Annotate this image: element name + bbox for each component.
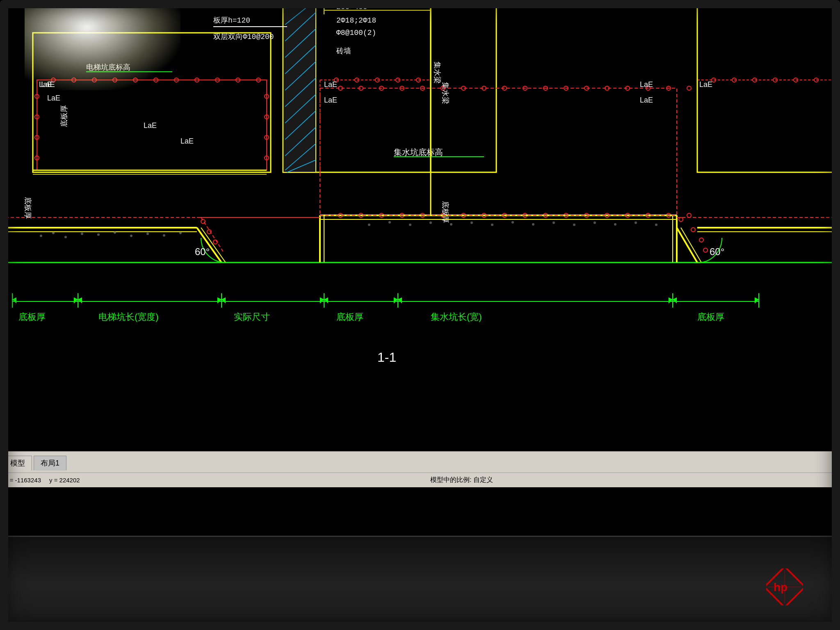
model-scale-text: 模型中的比例: 自定义: [88, 476, 835, 484]
svg-point-177: [635, 221, 637, 224]
cad-drawing-area: 200×400 2Φ18;2Φ18 Φ8@100(2) 砖墙 板厚h=120 双…: [0, 0, 840, 451]
svg-point-120: [691, 228, 695, 232]
dim-label-1: 底板厚: [18, 312, 46, 322]
bottom-slab-label: 底板厚: [441, 201, 450, 223]
spec-rebar1: 2Φ18;2Φ18: [336, 16, 376, 25]
svg-marker-145: [669, 297, 673, 304]
svg-point-163: [179, 232, 182, 234]
angle-left-label: 60°: [195, 246, 210, 257]
svg-marker-143: [394, 297, 398, 304]
lae-label-7: LaE: [324, 96, 337, 104]
svg-point-168: [450, 223, 452, 226]
svg-marker-141: [320, 297, 324, 304]
lae-label-5: LaE: [324, 80, 337, 89]
lae-label-2: LaE: [47, 94, 60, 102]
status-bar: 模型 布局1: [0, 451, 840, 472]
svg-line-102: [201, 228, 226, 262]
svg-point-158: [97, 233, 100, 236]
coord-bar: x = -1163243 y = 224202 模型中的比例: 自定义: [0, 472, 840, 487]
hp-logo-svg: hp: [766, 568, 803, 605]
svg-point-119: [679, 217, 683, 221]
y-coordinate: y = 224202: [49, 477, 80, 484]
svg-point-122: [703, 248, 708, 252]
svg-point-169: [470, 221, 473, 224]
svg-rect-0: [33, 33, 271, 172]
lae-label-4: LaE: [180, 137, 194, 145]
svg-point-157: [81, 233, 83, 235]
svg-point-165: [388, 221, 391, 224]
svg-marker-138: [78, 297, 82, 304]
svg-point-164: [368, 224, 370, 226]
svg-point-121: [699, 238, 703, 242]
svg-point-176: [614, 223, 616, 226]
svg-point-104: [201, 219, 205, 224]
spec-200x400: 200×400: [336, 3, 368, 11]
monitor-bottom: T W CAD hp: [0, 536, 840, 630]
tab-layout1[interactable]: 布局1: [34, 456, 66, 470]
svg-marker-136: [12, 297, 16, 304]
svg-line-114: [681, 228, 701, 262]
hp-logo: hp: [766, 568, 807, 609]
sump-beam-label: 集水梁: [441, 82, 450, 104]
svg-rect-27: [283, 0, 316, 172]
lae-label-3: LaE: [144, 121, 157, 130]
svg-point-167: [429, 221, 432, 224]
svg-rect-60: [697, 0, 833, 172]
svg-marker-140: [221, 297, 226, 304]
left-vert-label: 底板厚: [60, 105, 68, 127]
reinforcement-label: 双层双向Φ10@200: [213, 33, 274, 41]
svg-marker-137: [74, 297, 78, 304]
dim-label-6: 底板厚: [697, 312, 724, 322]
svg-rect-61: [320, 88, 677, 215]
elevator-label: 电梯坑底标高: [86, 63, 130, 72]
svg-marker-139: [217, 297, 221, 304]
spec-rebar2: Φ8@100(2): [336, 29, 376, 37]
svg-marker-142: [324, 297, 328, 304]
x-coordinate: x = -1163243: [5, 477, 41, 484]
cad-svg: 200×400 2Φ18;2Φ18 Φ8@100(2) 砖墙 板厚h=120 双…: [0, 0, 840, 451]
svg-point-79: [687, 86, 691, 90]
svg-point-160: [130, 235, 132, 237]
section-label: 1-1: [377, 350, 396, 365]
dim-label-4: 底板厚: [336, 312, 363, 322]
lae-label-8: LaE: [640, 96, 653, 104]
svg-point-155: [52, 232, 55, 234]
svg-point-162: [163, 234, 165, 237]
svg-point-178: [655, 224, 657, 226]
slab-thick-left: 底板厚: [24, 197, 32, 219]
vert-right-1: 集水梁: [433, 62, 441, 84]
dim-label-2: 电梯坑长(宽度): [98, 312, 159, 322]
lae-label-6: LaE: [640, 80, 653, 89]
svg-line-101: [197, 228, 221, 262]
svg-point-166: [409, 224, 411, 226]
angle-right-label: 60°: [710, 246, 724, 257]
lae-topleft-1: LaE: [41, 80, 55, 89]
svg-point-175: [593, 221, 596, 224]
svg-point-174: [573, 224, 575, 226]
svg-point-161: [146, 233, 149, 235]
svg-point-170: [491, 224, 493, 226]
tab-model[interactable]: 模型: [3, 456, 32, 470]
svg-marker-146: [673, 297, 677, 304]
svg-point-172: [532, 223, 534, 226]
svg-point-97: [687, 213, 691, 217]
sump-label: 集水坑底标高: [394, 148, 443, 157]
lae-far-right-1: LaE: [699, 80, 712, 89]
svg-point-154: [40, 235, 42, 237]
board-thickness-label: 板厚h=120: [213, 16, 250, 25]
svg-point-156: [64, 236, 67, 238]
svg-point-171: [511, 221, 514, 224]
svg-point-173: [552, 221, 555, 224]
svg-line-113: [677, 228, 697, 262]
svg-marker-144: [398, 297, 402, 304]
svg-point-159: [114, 231, 116, 234]
dim-label-5: 集水坑长(宽): [431, 312, 482, 322]
brick-wall-label: 砖墙: [336, 47, 351, 55]
svg-marker-147: [755, 297, 759, 304]
dim-label-3: 实际尺寸: [234, 312, 270, 322]
